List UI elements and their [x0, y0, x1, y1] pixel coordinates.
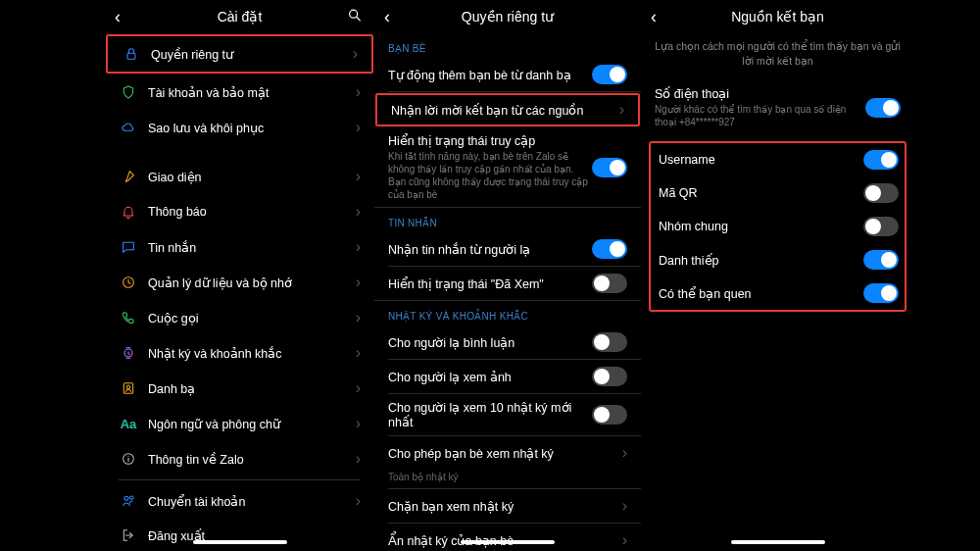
- settings-item[interactable]: Giao diện›: [105, 159, 374, 194]
- svg-point-0: [350, 10, 358, 18]
- settings-item-label: Thông báo: [148, 205, 356, 219]
- friend-source-panel: ‹ Nguồn kết bạn Lựa chọn cách mọi người …: [641, 0, 914, 551]
- toggle[interactable]: [865, 98, 901, 118]
- back-icon[interactable]: ‹: [115, 7, 121, 27]
- switch-icon: [119, 493, 138, 509]
- settings-item-label: Quyền riêng tư: [151, 47, 353, 62]
- settings-item-label: Ngôn ngữ và phông chữ: [148, 417, 356, 431]
- settings-item[interactable]: Chuyển tài khoản›: [105, 483, 374, 519]
- chevron-right-icon: ›: [356, 168, 361, 185]
- toggle[interactable]: [863, 250, 899, 270]
- cloud-icon: [119, 120, 138, 135]
- settings-item[interactable]: Nhật ký và khoảnh khắc›: [105, 335, 374, 371]
- chevron-right-icon: ›: [619, 101, 624, 119]
- source-row[interactable]: Có thể bạn quen: [651, 276, 905, 310]
- row-label: Cho người lạ xem ảnh: [388, 370, 592, 384]
- privacy-row[interactable]: Hiển thị trạng thái truy cậpKhi tắt tính…: [374, 127, 641, 207]
- chevron-right-icon: ›: [356, 379, 361, 397]
- chevron-right-icon: ›: [622, 444, 627, 462]
- font-icon: Aa: [119, 417, 138, 431]
- row-description: Khi tắt tính năng này, bạn bè trên Zalo …: [388, 150, 592, 201]
- settings-item-label: Chuyển tài khoản: [148, 494, 356, 509]
- settings-item-label: Quản lý dữ liệu và bộ nhớ: [148, 276, 356, 290]
- settings-item-label: Sao lưu và khôi phục: [148, 121, 356, 135]
- settings-item[interactable]: Danh bạ›: [105, 371, 374, 406]
- toggle[interactable]: [592, 65, 627, 84]
- toggle[interactable]: [863, 150, 899, 170]
- source-row[interactable]: Số điện thoạiNgười khác có thể tìm thấy …: [641, 77, 914, 137]
- row-label: Nhận tin nhắn từ người lạ: [388, 242, 592, 257]
- settings-item-label: Giao diện: [148, 170, 356, 184]
- chevron-right-icon: ›: [622, 531, 627, 549]
- privacy-row[interactable]: Nhận lời mời kết bạn từ các nguồn›: [375, 93, 640, 126]
- source-row[interactable]: Nhóm chung: [651, 210, 905, 243]
- chevron-right-icon: ›: [622, 497, 627, 515]
- privacy-row[interactable]: Cho người lạ xem 10 nhật ký mới nhất: [374, 394, 641, 435]
- toggle[interactable]: [863, 217, 899, 236]
- settings-item-label: Nhật ký và khoảnh khắc: [148, 346, 356, 361]
- contacts-icon: [119, 380, 138, 396]
- watch-icon: [119, 345, 138, 361]
- page-description: Lựa chọn cách mọi người có thể tìm thấy …: [641, 33, 914, 77]
- privacy-panel: ‹ Quyền riêng tư BẠN BÈTự động thêm bạn …: [374, 0, 641, 551]
- chevron-right-icon: ›: [356, 344, 361, 362]
- toggle[interactable]: [592, 332, 627, 352]
- back-icon[interactable]: ‹: [384, 7, 390, 27]
- settings-item[interactable]: Cuộc gọi›: [105, 300, 374, 335]
- chevron-right-icon: ›: [356, 238, 361, 256]
- phone-icon: [119, 310, 138, 326]
- source-row[interactable]: Mã QR: [651, 176, 905, 210]
- shield-icon: [119, 84, 138, 100]
- toggle[interactable]: [592, 367, 627, 386]
- settings-item-label: Cuộc gọi: [148, 311, 356, 326]
- privacy-row[interactable]: Cho người lạ bình luận: [374, 326, 641, 359]
- privacy-row[interactable]: Nhận tin nhắn từ người lạ: [374, 232, 641, 266]
- settings-item[interactable]: Tài khoản và bảo mật›: [105, 75, 374, 110]
- svg-line-1: [357, 18, 360, 21]
- source-row[interactable]: Username: [651, 143, 905, 176]
- row-label: Hiển thị trạng thái "Đã Xem": [388, 276, 592, 291]
- settings-item[interactable]: Quyền riêng tư›: [106, 34, 373, 74]
- settings-item[interactable]: Thông báo›: [105, 194, 374, 229]
- search-icon[interactable]: [347, 8, 363, 26]
- section-header: TIN NHẮN: [374, 208, 641, 232]
- chevron-right-icon: ›: [356, 450, 361, 468]
- row-label: Cho người lạ xem 10 nhật ký mới nhất: [388, 400, 592, 429]
- row-label: Cho người lạ bình luận: [388, 335, 592, 350]
- highlighted-group: UsernameMã QRNhóm chungDanh thiếpCó thể …: [649, 141, 906, 312]
- settings-item[interactable]: Quản lý dữ liệu và bộ nhớ›: [105, 265, 374, 300]
- settings-item[interactable]: AaNgôn ngữ và phông chữ›: [105, 406, 374, 441]
- settings-item[interactable]: Đăng xuất: [105, 519, 374, 551]
- back-icon[interactable]: ‹: [651, 7, 657, 27]
- settings-item-label: Danh bạ: [148, 381, 356, 396]
- row-label: Nhận lời mời kết bạn từ các nguồn: [391, 103, 619, 118]
- privacy-row[interactable]: Cho phép bạn bè xem nhật ký›: [374, 436, 641, 470]
- settings-item[interactable]: Sao lưu và khôi phục›: [105, 110, 374, 145]
- toggle[interactable]: [592, 274, 627, 293]
- chevron-right-icon: ›: [356, 492, 361, 510]
- svg-point-10: [124, 496, 128, 500]
- row-label: Chặn bạn xem nhật ký: [388, 499, 622, 514]
- toggle[interactable]: [592, 239, 627, 259]
- svg-point-11: [130, 496, 133, 499]
- privacy-row[interactable]: Hiển thị trạng thái "Đã Xem": [374, 267, 641, 300]
- toggle[interactable]: [863, 183, 899, 203]
- clock-icon: [119, 275, 138, 290]
- privacy-row[interactable]: Cho người lạ xem ảnh: [374, 360, 641, 393]
- settings-item[interactable]: Thông tin về Zalo›: [105, 441, 374, 476]
- toggle[interactable]: [592, 158, 627, 177]
- privacy-row[interactable]: Ẩn nhật ký của bạn bè›: [374, 524, 641, 551]
- settings-item[interactable]: Tin nhắn›: [105, 229, 374, 265]
- chevron-right-icon: ›: [356, 274, 361, 291]
- home-indicator: [193, 540, 287, 544]
- toggle[interactable]: [863, 283, 899, 303]
- privacy-row[interactable]: Tự động thêm bạn bè từ danh bạ: [374, 58, 641, 91]
- chevron-right-icon: ›: [356, 83, 361, 101]
- page-title: Cài đặt: [218, 9, 263, 25]
- privacy-row[interactable]: Chặn bạn xem nhật ký›: [374, 489, 641, 523]
- page-title: Quyền riêng tư: [462, 9, 554, 25]
- svg-point-6: [126, 385, 129, 388]
- row-label: Mã QR: [659, 186, 863, 200]
- toggle[interactable]: [592, 405, 627, 425]
- source-row[interactable]: Danh thiếp: [651, 243, 905, 276]
